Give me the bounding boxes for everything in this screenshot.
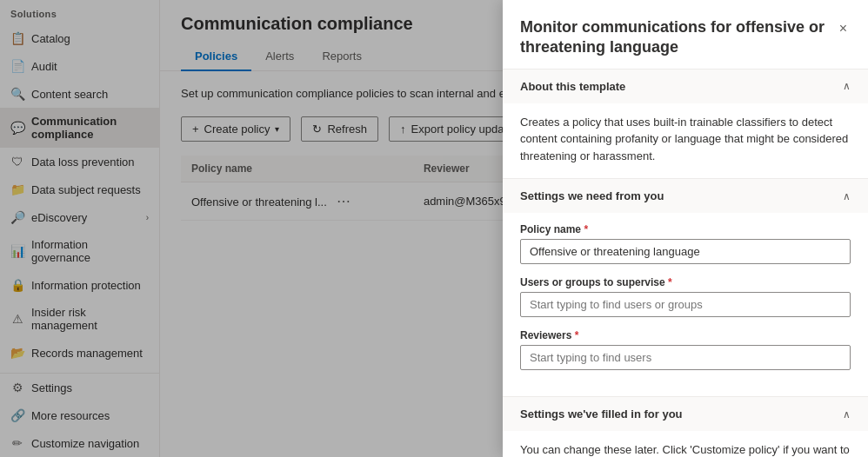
settings-needed-section: Settings we need from you ∧ Policy name …: [503, 179, 868, 397]
policy-name-group: Policy name *: [520, 223, 851, 264]
policy-name-input[interactable]: [520, 239, 851, 264]
users-groups-group: Users or groups to supervise *: [520, 276, 851, 317]
settings-filled-header[interactable]: Settings we've filled in for you ∧: [503, 397, 868, 431]
required-marker: *: [575, 329, 579, 341]
users-groups-label: Users or groups to supervise *: [520, 276, 851, 288]
settings-filled-desc: You can change these later. Click 'Custo…: [520, 441, 851, 457]
settings-filled-title: Settings we've filled in for you: [520, 407, 683, 421]
panel-header: Monitor communications for offensive or …: [503, 0, 868, 70]
policy-name-label: Policy name *: [520, 223, 851, 235]
about-template-section: About this template ∧ Creates a policy t…: [503, 70, 868, 180]
side-panel: Monitor communications for offensive or …: [503, 0, 868, 457]
about-template-desc: Creates a policy that uses built-in trai…: [520, 114, 851, 165]
panel-close-button[interactable]: ×: [836, 17, 851, 40]
settings-filled-section: Settings we've filled in for you ∧ You c…: [503, 397, 868, 457]
about-template-body: Creates a policy that uses built-in trai…: [503, 103, 868, 179]
settings-needed-title: Settings we need from you: [520, 189, 664, 202]
reviewers-group: Reviewers *: [520, 329, 851, 370]
chevron-up-icon: ∧: [843, 80, 851, 92]
panel-title: Monitor communications for offensive or …: [520, 17, 836, 58]
reviewers-input[interactable]: [520, 345, 851, 370]
required-marker: *: [584, 223, 588, 235]
about-template-title: About this template: [520, 80, 625, 93]
settings-needed-body: Policy name * Users or groups to supervi…: [503, 213, 868, 396]
panel-body: About this template ∧ Creates a policy t…: [503, 70, 868, 457]
chevron-up-icon: ∧: [843, 190, 851, 202]
settings-needed-header[interactable]: Settings we need from you ∧: [503, 179, 868, 213]
about-template-header[interactable]: About this template ∧: [503, 70, 868, 103]
chevron-up-icon: ∧: [843, 408, 851, 421]
reviewers-label: Reviewers *: [520, 329, 851, 341]
users-groups-input[interactable]: [520, 292, 851, 317]
settings-filled-body: You can change these later. Click 'Custo…: [503, 431, 868, 457]
required-marker: *: [668, 276, 672, 288]
